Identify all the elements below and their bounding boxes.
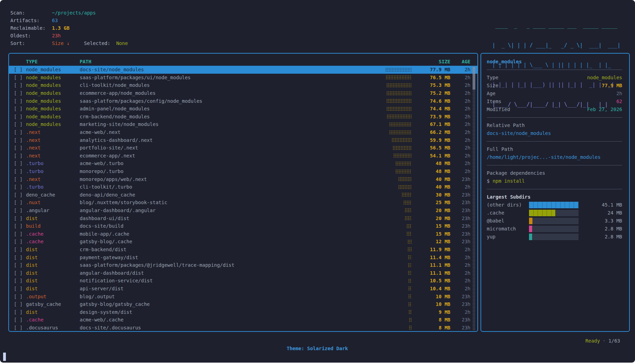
row-checkbox[interactable]: [ ]	[14, 67, 26, 72]
table-row[interactable]: [ ] deno_cache deno-api/deno_cache 30 MB…	[9, 191, 477, 199]
table-row[interactable]: [ ] .docusaurus docs-site/.docusaurus 8 …	[9, 324, 477, 332]
row-checkbox[interactable]: [ ]	[14, 255, 26, 260]
row-type: node_modules	[26, 82, 80, 88]
size-bar	[386, 91, 412, 95]
row-age: 23h	[450, 317, 470, 322]
row-checkbox[interactable]: [ ]	[14, 137, 26, 143]
sort-value[interactable]: Size ↓	[52, 40, 70, 46]
subdir-row: .cache 24 MB	[487, 209, 622, 217]
selected-label: Selected:	[84, 40, 111, 46]
table-scrollbar[interactable]	[473, 66, 475, 330]
row-checkbox[interactable]: [ ]	[14, 262, 26, 268]
header-size[interactable]: SIZE	[412, 59, 450, 64]
table-row[interactable]: [ ] .next monorepo/apps/web/.next 40 MB …	[9, 175, 477, 183]
table-row[interactable]: [ ] .next portfolio-site/.next 56.5 MB 2…	[9, 144, 477, 152]
table-row[interactable]: [ ] node_modules marketing-site/node_mod…	[9, 120, 477, 128]
header-type[interactable]: TYPE	[26, 59, 80, 64]
row-checkbox[interactable]: [ ]	[14, 278, 26, 283]
table-row[interactable]: [ ] .output blog/.output 10 MB 23h	[9, 292, 477, 300]
row-checkbox[interactable]: [ ]	[14, 231, 26, 237]
row-size: 67.1 MB	[412, 121, 450, 127]
row-checkbox[interactable]: [ ]	[14, 286, 26, 291]
row-path: cli-toolkit/node_modules	[80, 82, 384, 88]
table-row[interactable]: [ ] node_modules saas-platform/packages/…	[9, 74, 477, 82]
row-checkbox[interactable]: [ ]	[14, 176, 26, 182]
table-row[interactable]: [ ] node_modules crm-backend/node_module…	[9, 113, 477, 121]
table-row[interactable]: [ ] .cache acme-web/.cache 8 MB 23h	[9, 316, 477, 324]
table-row[interactable]: [ ] .turbo acme-web/.turbo 48 MB 2h	[9, 160, 477, 167]
row-type: dist	[26, 247, 80, 252]
size-bar	[409, 325, 412, 330]
header-path[interactable]: PATH	[80, 59, 384, 64]
table-row[interactable]: [ ] dist angular-dashboard/dist 11.1 MB …	[9, 269, 477, 277]
table-row[interactable]: [ ] .next acme-web/.next 66.2 MB 2h	[9, 128, 477, 136]
row-checkbox[interactable]: [ ]	[14, 184, 26, 190]
sort-line: Sort:Size ↓Selected:None	[10, 39, 128, 47]
row-checkbox[interactable]: [ ]	[14, 161, 26, 166]
row-type: dist	[26, 216, 80, 221]
table-row[interactable]: [ ] .cache mobile-app/.cache 15 MB 23h	[9, 230, 477, 238]
row-checkbox[interactable]: [ ]	[14, 129, 26, 135]
selected-value: None	[116, 40, 128, 46]
table-row[interactable]: [ ] node_modules docs-site/node_modules …	[9, 66, 477, 74]
row-checkbox[interactable]: [ ]	[14, 82, 26, 88]
table-row[interactable]: [ ] node_modules saas-platform/packages/…	[9, 97, 477, 105]
row-checkbox[interactable]: [ ]	[14, 270, 26, 276]
table-row[interactable]: [ ] .next analytics-dashboard/.next 59.9…	[9, 136, 477, 144]
table-row[interactable]: [ ] dist api-server/dist 10.4 MB 2h	[9, 285, 477, 293]
row-bar-area	[384, 91, 412, 95]
row-checkbox[interactable]: [ ]	[14, 239, 26, 244]
details-field: Items62	[487, 98, 622, 106]
row-checkbox[interactable]: [ ]	[14, 106, 26, 111]
table-row[interactable]: [ ] dist notification-service/dist 10.5 …	[9, 277, 477, 285]
table-row[interactable]: [ ] node_modules admin-panel/node_module…	[9, 105, 477, 113]
sort-label: Sort:	[10, 39, 52, 47]
table-row[interactable]: [ ] gatsby_cache gatsby-blog/gatsby_cach…	[9, 300, 477, 308]
row-checkbox[interactable]: [ ]	[14, 325, 26, 330]
subdir-size: 2.8 MB	[579, 225, 622, 233]
row-checkbox[interactable]: [ ]	[14, 294, 26, 299]
table-row[interactable]: [ ] .nuxt blog/.nuxttem/storybook-static…	[9, 199, 477, 207]
table-row[interactable]: [ ] .turbo cli-toolkit/.turbo 40 MB 2h	[9, 183, 477, 191]
row-checkbox[interactable]: [ ]	[14, 153, 26, 158]
row-checkbox[interactable]: [ ]	[14, 145, 26, 151]
table-row[interactable]: [ ] .next ecommerce-app/.next 54.1 MB 2h	[9, 152, 477, 160]
table-row[interactable]: [ ] dist saas-platform/packages/@jridgew…	[9, 261, 477, 269]
row-path: acme-web/.turbo	[80, 161, 384, 166]
table-row[interactable]: [ ] dist dashboard-ui/dist 20 MB 23h	[9, 214, 477, 222]
row-checkbox[interactable]: [ ]	[14, 121, 26, 127]
row-size: 10.4 MB	[412, 286, 450, 291]
table-row[interactable]: [ ] build docs-site/build 15 MB 23h	[9, 222, 477, 230]
table-row[interactable]: [ ] dist payment-gateway/dist 11.4 MB 2h	[9, 253, 477, 261]
table-row[interactable]: [ ] node_modules cli-toolkit/node_module…	[9, 81, 477, 89]
scrollbar-thumb[interactable]	[473, 67, 475, 90]
row-checkbox[interactable]: [ ]	[14, 90, 26, 96]
table-row[interactable]: [ ] dist crm-backend/dist 11.9 MB 2h	[9, 246, 477, 254]
table-row[interactable]: [ ] dist design-system/dist 9 MB 2h	[9, 308, 477, 316]
row-checkbox[interactable]: [ ]	[14, 98, 26, 104]
row-checkbox[interactable]: [ ]	[14, 309, 26, 315]
row-type: .next	[26, 129, 80, 135]
row-checkbox[interactable]: [ ]	[14, 223, 26, 229]
row-checkbox[interactable]: [ ]	[14, 216, 26, 221]
size-bar	[395, 161, 412, 166]
package-install-command: $ npm install	[487, 177, 622, 185]
size-bar	[408, 286, 412, 291]
header-age[interactable]: AGE	[450, 59, 470, 64]
row-checkbox[interactable]: [ ]	[14, 208, 26, 213]
row-checkbox[interactable]: [ ]	[14, 301, 26, 307]
row-checkbox[interactable]: [ ]	[14, 169, 26, 174]
row-checkbox[interactable]: [ ]	[14, 192, 26, 198]
row-size: 77.9 MB	[412, 67, 450, 72]
row-checkbox[interactable]: [ ]	[14, 114, 26, 119]
row-age: 23h	[450, 176, 470, 182]
table-row[interactable]: [ ] node_modules ecommerce-app/node_modu…	[9, 89, 477, 97]
subdir-bar-fill	[529, 202, 579, 208]
table-row[interactable]: [ ] .cache gatsby-blog/.cache 12 MB 23h	[9, 238, 477, 246]
table-row[interactable]: [ ] .turbo monorepo/.turbo 48 MB 2h	[9, 167, 477, 175]
row-checkbox[interactable]: [ ]	[14, 75, 26, 80]
table-row[interactable]: [ ] .angular angular-dashboard/.angular …	[9, 207, 477, 215]
row-checkbox[interactable]: [ ]	[14, 247, 26, 252]
row-checkbox[interactable]: [ ]	[14, 317, 26, 322]
row-checkbox[interactable]: [ ]	[14, 200, 26, 205]
